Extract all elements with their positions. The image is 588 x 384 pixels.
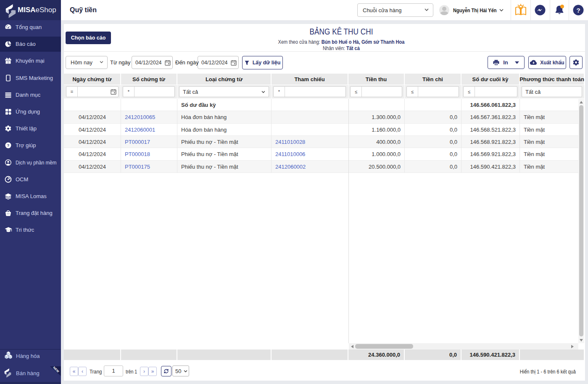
svg-text:?: ? bbox=[576, 7, 580, 14]
svg-text:?: ? bbox=[7, 143, 10, 148]
